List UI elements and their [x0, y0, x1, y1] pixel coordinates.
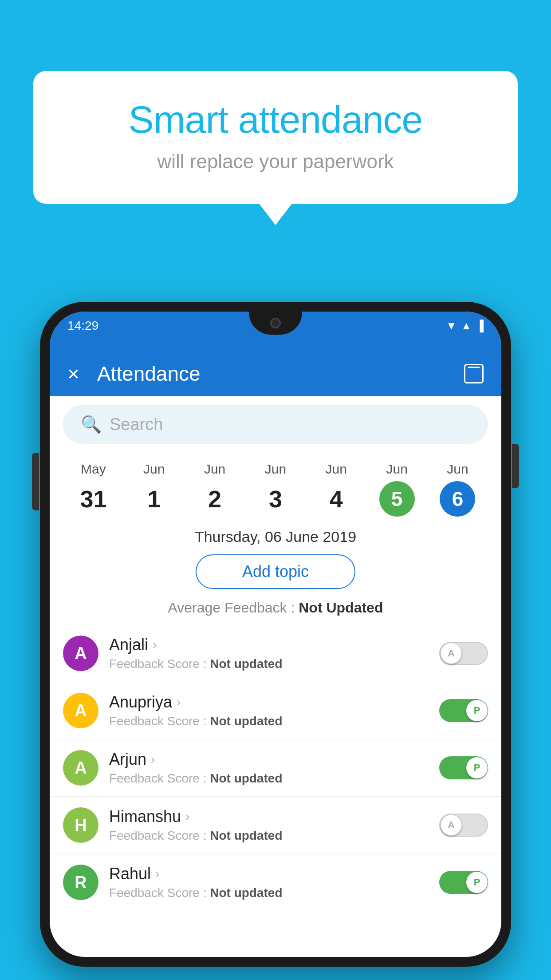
student-name-1: Anupriya› [109, 693, 429, 711]
student-name-4: Rahul› [109, 865, 429, 883]
battery-icon: ▐ [476, 320, 484, 332]
calendar-day-3[interactable]: Jun3 [258, 462, 293, 517]
feedback-score-0: Feedback Score : Not updated [109, 657, 429, 671]
student-item-2[interactable]: AArjun›Feedback Score : Not updatedP [50, 739, 501, 797]
student-item-4[interactable]: RRahul›Feedback Score : Not updatedP [50, 854, 501, 911]
toggle-knob-4: P [466, 872, 488, 893]
feedback-score-1: Feedback Score : Not updated [109, 714, 429, 728]
selected-date-label: Thursday, 06 June 2019 [50, 528, 501, 545]
avatar-0: A [63, 636, 98, 671]
student-item-0[interactable]: AAnjali›Feedback Score : Not updatedA [50, 625, 501, 682]
toggle-wrap-2[interactable]: P [439, 756, 488, 779]
avatar-4: R [63, 865, 98, 900]
cal-day-num[interactable]: 2 [197, 481, 232, 517]
add-topic-button[interactable]: Add topic [196, 554, 355, 589]
speech-bubble-container: Smart attendance will replace your paper… [33, 71, 518, 204]
toggle-knob-0: A [441, 643, 462, 664]
signal-icon: ▲ [461, 320, 472, 332]
status-bar: 14:29 ▼ ▲ ▐ [50, 312, 501, 352]
cal-month-label: Jun [447, 462, 468, 477]
wifi-icon: ▼ [446, 320, 457, 332]
chevron-icon: › [177, 695, 181, 709]
speech-bubble: Smart attendance will replace your paper… [33, 71, 518, 204]
student-info-1: Anupriya›Feedback Score : Not updated [109, 693, 429, 728]
app-title: Attendance [97, 362, 451, 386]
close-button[interactable]: × [67, 362, 79, 386]
cal-day-num[interactable]: 5 [379, 481, 415, 517]
chevron-icon: › [153, 638, 157, 652]
toggle-wrap-0[interactable]: A [439, 642, 488, 665]
cal-day-num[interactable]: 31 [75, 481, 111, 517]
cal-month-label: Jun [143, 462, 165, 477]
calendar-row: May31Jun1Jun2Jun3Jun4Jun5Jun6 [50, 453, 501, 521]
status-icons: ▼ ▲ ▐ [446, 317, 484, 332]
student-info-4: Rahul›Feedback Score : Not updated [109, 865, 429, 900]
calendar-header-icon[interactable] [464, 364, 484, 383]
avatar-1: A [63, 693, 98, 728]
student-list: AAnjali›Feedback Score : Not updatedAAAn… [50, 625, 501, 911]
cal-day-num[interactable]: 6 [440, 481, 475, 517]
cal-month-label: Jun [265, 462, 286, 477]
calendar-day-6[interactable]: Jun6 [440, 462, 475, 517]
chevron-icon: › [185, 810, 189, 824]
student-info-0: Anjali›Feedback Score : Not updated [109, 636, 429, 671]
phone-outer: 14:29 ▼ ▲ ▐ × Attendance 🔍 Search [40, 302, 511, 967]
avatar-2: A [63, 750, 98, 786]
attendance-toggle-1[interactable]: P [439, 699, 488, 722]
chevron-icon: › [151, 752, 155, 767]
feedback-score-2: Feedback Score : Not updated [109, 771, 429, 786]
toggle-wrap-4[interactable]: P [439, 871, 488, 894]
toggle-knob-2: P [466, 757, 488, 778]
toggle-knob-1: P [466, 700, 488, 721]
speech-title: Smart attendance [69, 98, 482, 142]
cal-day-num[interactable]: 4 [319, 481, 354, 517]
calendar-day-1[interactable]: Jun1 [136, 462, 172, 517]
search-bar[interactable]: 🔍 Search [63, 405, 488, 444]
toggle-wrap-3[interactable]: A [439, 814, 488, 837]
student-item-1[interactable]: AAnupriya›Feedback Score : Not updatedP [50, 682, 501, 739]
phone-screen: 14:29 ▼ ▲ ▐ × Attendance 🔍 Search [50, 312, 501, 957]
attendance-toggle-0[interactable]: A [439, 642, 488, 665]
calendar-day-2[interactable]: Jun2 [197, 462, 232, 517]
search-icon: 🔍 [81, 415, 102, 434]
chevron-icon: › [155, 867, 159, 881]
cal-day-num[interactable]: 1 [136, 481, 172, 517]
avatar-3: H [63, 807, 98, 843]
notch-cutout [249, 312, 302, 335]
notch-camera [270, 318, 281, 328]
cal-month-label: May [81, 462, 106, 477]
toggle-wrap-1[interactable]: P [439, 699, 488, 722]
student-info-2: Arjun›Feedback Score : Not updated [109, 750, 429, 786]
cal-day-num[interactable]: 3 [258, 481, 293, 517]
attendance-toggle-4[interactable]: P [439, 871, 488, 894]
toggle-knob-3: A [441, 814, 462, 836]
speech-subtitle: will replace your paperwork [69, 150, 482, 173]
attendance-toggle-2[interactable]: P [439, 756, 488, 779]
feedback-score-4: Feedback Score : Not updated [109, 886, 429, 900]
feedback-score-3: Feedback Score : Not updated [109, 829, 429, 843]
student-info-3: Himanshu›Feedback Score : Not updated [109, 807, 429, 843]
search-input[interactable]: Search [110, 415, 163, 434]
calendar-day-5[interactable]: Jun5 [379, 462, 415, 517]
app-header: × Attendance [50, 352, 501, 396]
cal-month-label: Jun [386, 462, 407, 477]
cal-month-label: Jun [326, 462, 347, 477]
calendar-day-0[interactable]: May31 [75, 462, 111, 517]
calendar-day-4[interactable]: Jun4 [319, 462, 354, 517]
cal-month-label: Jun [204, 462, 225, 477]
status-time: 14:29 [67, 317, 98, 333]
student-name-2: Arjun› [109, 750, 429, 769]
phone-container: 14:29 ▼ ▲ ▐ × Attendance 🔍 Search [40, 302, 511, 967]
student-item-3[interactable]: HHimanshu›Feedback Score : Not updatedA [50, 797, 501, 854]
attendance-toggle-3[interactable]: A [439, 814, 488, 837]
student-name-0: Anjali› [109, 636, 429, 654]
avg-feedback: Average Feedback : Not Updated [50, 600, 501, 616]
student-name-3: Himanshu› [109, 807, 429, 826]
